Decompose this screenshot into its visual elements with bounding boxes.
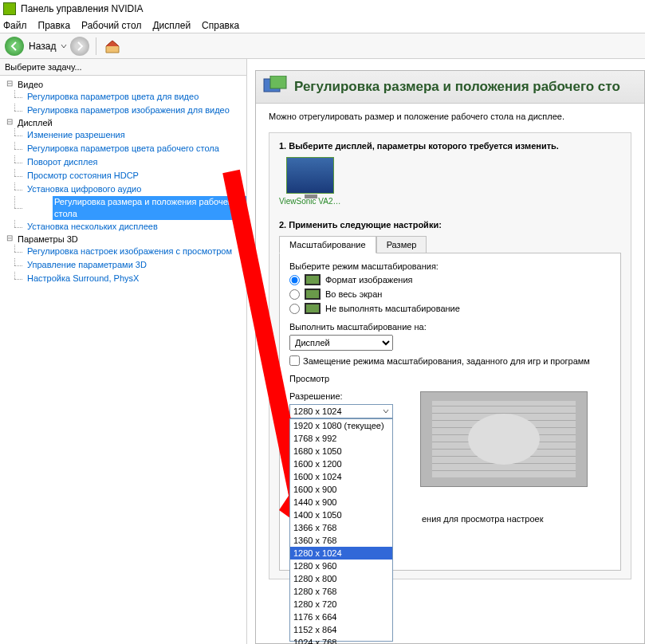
back-label: Назад [29, 41, 56, 52]
chevron-down-icon[interactable] [61, 43, 67, 49]
scale-mode-label: Выберите режим масштабирования: [289, 261, 611, 271]
back-button[interactable] [5, 37, 24, 56]
tab-scaling[interactable]: Масштабирование [279, 236, 376, 253]
nav-tree: Видео Регулировка параметров цвета для в… [0, 76, 246, 289]
chevron-down-icon [383, 408, 389, 414]
resolution-option[interactable]: 1600 x 900 [290, 483, 392, 496]
step1-label: 1. Выберите дисплей, параметры которого … [279, 141, 621, 151]
scale-on-select[interactable]: Дисплей [289, 335, 393, 351]
toolbar: Назад [0, 33, 645, 59]
resolution-value: 1280 x 1024 [293, 406, 342, 416]
resolution-option[interactable]: 1366 x 768 [290, 521, 392, 534]
home-button[interactable] [103, 37, 122, 56]
tree-item[interactable]: Установка цифрового аудио [0, 183, 246, 196]
resolution-label: Разрешение: [289, 391, 401, 401]
panel-intro: Можно отрегулировать размер и положение … [269, 112, 631, 121]
radio-fullscreen-label: Во весь экран [325, 289, 382, 299]
resolution-option[interactable]: 1440 x 900 [290, 496, 392, 509]
resolution-option[interactable]: 1280 x 768 [290, 585, 392, 598]
tree-item[interactable]: Настройка Surround, PhysX [0, 272, 246, 285]
nvidia-icon [3, 2, 16, 15]
noscale-icon [305, 303, 321, 314]
resolution-option[interactable]: 1920 x 1080 (текущее) [290, 419, 392, 432]
resolution-option[interactable]: 1680 x 1050 [290, 445, 392, 457]
radio-noscale-label: Не выполнять масштабирование [325, 304, 460, 313]
tree-item[interactable]: Регулировка параметров цвета для видео [0, 90, 246, 104]
menu-help[interactable]: Справка [202, 20, 239, 31]
resolution-option[interactable]: 1280 x 720 [290, 598, 392, 611]
preview-label: Просмотр [289, 374, 611, 383]
resolution-select[interactable]: 1280 x 1024 [289, 404, 393, 418]
fullscreen-icon [305, 289, 321, 300]
tree-group-video[interactable]: Видео [0, 79, 246, 90]
display-item[interactable]: ViewSonic VA2… [279, 157, 340, 206]
resolution-option[interactable]: 1176 x 664 [290, 611, 392, 623]
window-title: Панель управления NVIDIA [21, 3, 144, 14]
menu-file[interactable]: Файл [3, 20, 27, 31]
resolution-option[interactable]: 1280 x 800 [290, 572, 392, 585]
tree-item[interactable]: Изменение разрешения [0, 128, 246, 142]
panel-title: Регулировка размера и положения рабочего… [294, 79, 620, 95]
monitor-icon [286, 157, 334, 194]
radio-noscale[interactable] [289, 304, 300, 314]
resolution-option[interactable]: 1400 x 1050 [290, 509, 392, 521]
tree-item[interactable]: Регулировка настроек изображения с просм… [0, 245, 246, 258]
menu-display[interactable]: Дисплей [152, 20, 191, 31]
radio-fullscreen[interactable] [289, 289, 300, 300]
tree-item[interactable]: Поворот дисплея [0, 155, 246, 169]
preview-image [420, 391, 588, 487]
menubar: Файл Правка Рабочий стол Дисплей Справка [0, 18, 645, 33]
toolbar-separator [96, 37, 96, 55]
aspect-icon [305, 274, 321, 285]
tree-item[interactable]: Управление параметрами 3D [0, 258, 246, 272]
resolution-option[interactable]: 1360 x 768 [290, 534, 392, 547]
radio-aspect-label: Формат изображения [325, 275, 413, 285]
override-checkbox[interactable] [289, 355, 300, 366]
radio-aspect[interactable] [289, 275, 300, 285]
scale-on-label: Выполнить масштабирование на: [289, 322, 611, 332]
tab-size[interactable]: Размер [376, 236, 427, 253]
tree-item[interactable]: Установка нескольких дисплеев [0, 220, 246, 234]
tree-item[interactable]: Регулировка параметров изображения для в… [0, 104, 246, 117]
resolution-dropdown[interactable]: 1920 x 1080 (текущее)1768 x 9921680 x 10… [289, 418, 393, 642]
resolution-option[interactable]: 1152 x 864 [290, 623, 392, 636]
tree-item-selected[interactable]: Регулировка размера и положения рабочего… [53, 196, 246, 220]
task-header: Выберите задачу... [0, 59, 246, 76]
tree-item[interactable]: Просмотр состояния HDCP [0, 169, 246, 183]
tree-group-3d[interactable]: Параметры 3D [0, 234, 246, 245]
override-label: Замещение режима масштабирования, заданн… [303, 356, 590, 366]
tree-item[interactable]: Регулировка параметров цвета рабочего ст… [0, 142, 246, 155]
resolution-option[interactable]: 1024 x 768 [290, 636, 392, 644]
svg-rect-1 [270, 76, 286, 88]
tree-group-display[interactable]: Дисплей [0, 117, 246, 128]
resolution-option[interactable]: 1600 x 1024 [290, 470, 392, 483]
step2-label: 2. Применить следующие настройки: [279, 220, 621, 230]
resolution-option[interactable]: 1600 x 1200 [290, 457, 392, 470]
menu-edit[interactable]: Правка [38, 20, 71, 31]
menu-desktop[interactable]: Рабочий стол [81, 20, 141, 31]
resolution-option[interactable]: 1768 x 992 [290, 432, 392, 445]
forward-button[interactable] [70, 37, 89, 56]
resolution-option[interactable]: 1280 x 960 [290, 560, 392, 572]
resolution-option[interactable]: 1280 x 1024 [290, 547, 392, 560]
panel-icon [262, 76, 288, 98]
